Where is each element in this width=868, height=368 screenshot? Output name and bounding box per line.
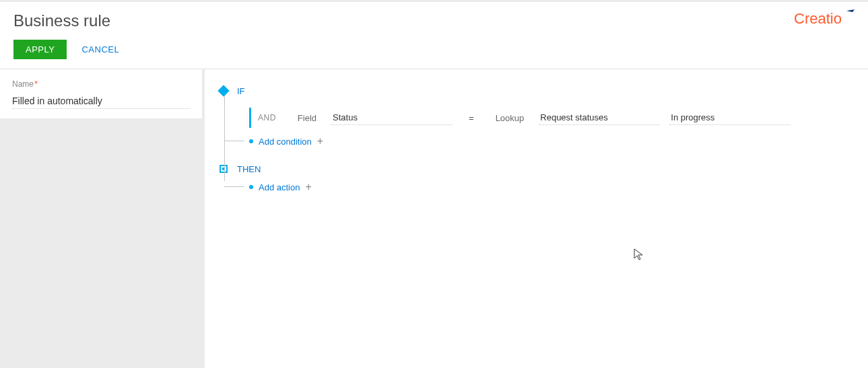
name-input[interactable] [12, 93, 190, 109]
plus-icon: + [317, 136, 323, 147]
logo-text: Creatio [794, 10, 842, 27]
rule-designer: IF AND Field = Lookup Add condition + TH… [202, 69, 868, 368]
if-row: IF [218, 81, 855, 100]
tree-connector [224, 94, 225, 181]
add-action-row[interactable]: Add action + [238, 177, 855, 197]
dot-icon [249, 185, 253, 189]
then-label: THEN [237, 164, 261, 174]
page-title: Business rule [13, 11, 110, 30]
required-asterisk: * [34, 79, 38, 89]
diamond-icon [218, 85, 230, 97]
name-label: Name* [12, 79, 190, 89]
name-card: Name* [0, 69, 202, 118]
field-value-input[interactable] [331, 110, 453, 125]
condition-row: AND Field = Lookup [238, 104, 855, 131]
lookup-type-label: Lookup [490, 113, 530, 123]
h-connector [224, 186, 244, 187]
plus-icon: + [305, 182, 311, 192]
square-icon [220, 165, 228, 173]
lookup-source-input[interactable] [539, 110, 660, 125]
dot-icon [249, 139, 253, 143]
then-row: THEN [218, 161, 855, 177]
field-label: Field [292, 113, 322, 123]
sidebar: Name* [0, 69, 202, 368]
add-condition-row[interactable]: Add condition + [238, 131, 855, 151]
action-buttons: APPLY CANCEL [0, 30, 868, 69]
h-connector [224, 141, 244, 141]
if-label: IF [237, 86, 245, 96]
mouse-cursor-icon [633, 248, 645, 261]
creatio-logo: Creatio [794, 9, 856, 30]
header: Business rule Creatio [0, 2, 868, 30]
equals-operator[interactable]: = [462, 113, 481, 123]
cancel-button[interactable]: CANCEL [81, 44, 119, 54]
and-operator[interactable]: AND [249, 108, 283, 128]
apply-button[interactable]: APPLY [13, 40, 67, 59]
add-action-link[interactable]: Add action [259, 182, 300, 192]
lookup-value-input[interactable] [669, 110, 791, 125]
add-condition-link[interactable]: Add condition [259, 137, 312, 147]
